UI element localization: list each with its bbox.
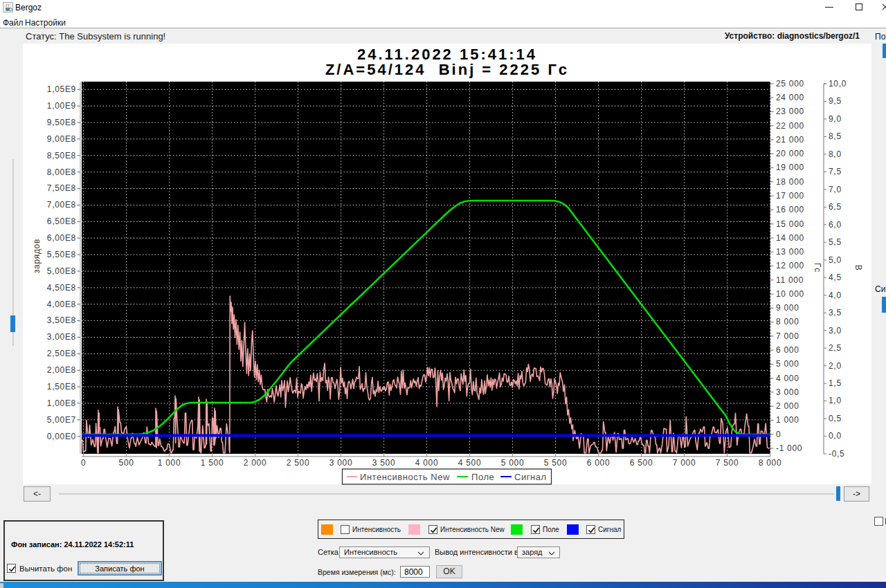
svg-text:5 500: 5 500: [544, 458, 568, 468]
svg-text:18 000: 18 000: [776, 177, 804, 187]
svg-text:11 000: 11 000: [776, 275, 804, 285]
svg-text:22 000: 22 000: [776, 121, 804, 131]
svg-text:5,50E8: 5,50E8: [47, 250, 76, 259]
svg-text:23 000: 23 000: [776, 107, 804, 116]
svg-text:4 000: 4 000: [415, 458, 439, 468]
svg-text:6 000: 6 000: [587, 458, 611, 468]
svg-text:6 500: 6 500: [630, 458, 653, 468]
svg-text:1,00E9: 1,00E9: [47, 101, 76, 111]
svg-text:В: В: [853, 265, 863, 271]
svg-text:1,5: 1,5: [829, 378, 842, 388]
svg-text:9,5: 9,5: [829, 96, 842, 106]
svg-text:8,50E8: 8,50E8: [47, 151, 76, 160]
svg-text:Z/A=54/124 Binj = 2225 Гс: Z/A=54/124 Binj = 2225 Гс: [325, 61, 569, 78]
svg-text:5,00E7: 5,00E7: [47, 415, 76, 425]
svg-text:7,5: 7,5: [829, 167, 842, 176]
svg-text:7 000: 7 000: [776, 331, 799, 341]
svg-text:8,0: 8,0: [829, 149, 842, 159]
svg-text:6 000: 6 000: [776, 345, 799, 355]
svg-text:0: 0: [81, 458, 86, 468]
svg-text:4,5: 4,5: [829, 273, 842, 282]
svg-text:17 000: 17 000: [776, 191, 804, 201]
svg-text:8,00E8: 8,00E8: [47, 167, 76, 177]
svg-text:9,00E8: 9,00E8: [47, 134, 76, 144]
svg-text:7,50E8: 7,50E8: [47, 183, 76, 193]
svg-text:Поле: Поле: [471, 472, 494, 482]
svg-text:7,00E8: 7,00E8: [47, 200, 76, 210]
svg-text:10,0: 10,0: [829, 79, 847, 89]
svg-text:5,00E8: 5,00E8: [47, 266, 76, 276]
svg-text:16 000: 16 000: [776, 205, 804, 214]
svg-text:0,5: 0,5: [829, 414, 842, 423]
svg-text:3 000: 3 000: [776, 387, 799, 397]
svg-text:2 000: 2 000: [776, 401, 799, 411]
svg-text:7 500: 7 500: [716, 458, 739, 468]
svg-text:Сигнал: Сигнал: [514, 472, 547, 482]
svg-text:1 000: 1 000: [158, 458, 181, 468]
svg-text:7 000: 7 000: [673, 458, 696, 468]
svg-text:1 500: 1 500: [201, 458, 224, 468]
svg-text:10 000: 10 000: [776, 289, 804, 299]
svg-text:6,0: 6,0: [829, 220, 842, 230]
svg-text:1,50E8: 1,50E8: [47, 382, 76, 392]
svg-text:3,50E8: 3,50E8: [47, 315, 76, 325]
svg-text:0: 0: [776, 430, 781, 439]
svg-text:3 500: 3 500: [372, 458, 396, 468]
svg-text:Интенсивность New: Интенсивность New: [360, 472, 450, 482]
svg-text:6,50E8: 6,50E8: [47, 217, 76, 226]
svg-text:4 500: 4 500: [458, 458, 482, 468]
svg-text:3 000: 3 000: [329, 458, 353, 468]
svg-text:3,5: 3,5: [829, 308, 842, 318]
svg-text:6,00E8: 6,00E8: [47, 233, 76, 243]
svg-text:9,50E8: 9,50E8: [47, 118, 76, 127]
svg-text:Гс: Гс: [813, 263, 822, 273]
svg-text:зарядов: зарядов: [32, 239, 42, 273]
svg-text:24 000: 24 000: [776, 93, 804, 102]
svg-text:5 000: 5 000: [501, 458, 525, 468]
svg-text:20 000: 20 000: [776, 149, 804, 158]
svg-text:6,5: 6,5: [829, 202, 842, 212]
svg-text:9 000: 9 000: [776, 303, 799, 313]
svg-text:2,5: 2,5: [829, 343, 842, 353]
svg-text:2,0: 2,0: [829, 361, 842, 371]
svg-text:4,00E8: 4,00E8: [47, 300, 76, 309]
svg-text:-1 000: -1 000: [776, 443, 802, 453]
svg-text:3,0: 3,0: [829, 326, 842, 336]
svg-text:25 000: 25 000: [776, 79, 804, 89]
svg-text:8 000: 8 000: [776, 317, 799, 327]
svg-text:4,50E8: 4,50E8: [47, 283, 76, 293]
svg-text:9,0: 9,0: [829, 114, 842, 124]
svg-text:21 000: 21 000: [776, 135, 804, 145]
svg-text:8,5: 8,5: [829, 131, 842, 141]
svg-text:5,5: 5,5: [829, 237, 842, 247]
svg-text:2 500: 2 500: [287, 458, 310, 468]
svg-text:0,00E0: 0,00E0: [47, 432, 76, 441]
svg-text:-0,5: -0,5: [829, 449, 844, 459]
svg-text:2,50E8: 2,50E8: [47, 349, 76, 358]
svg-text:5 000: 5 000: [776, 359, 799, 369]
svg-text:500: 500: [119, 458, 134, 468]
svg-text:1 000: 1 000: [776, 415, 799, 425]
svg-text:1,05E9: 1,05E9: [47, 84, 76, 94]
svg-text:2,00E8: 2,00E8: [47, 365, 76, 375]
svg-text:13 000: 13 000: [776, 247, 804, 257]
svg-text:5,0: 5,0: [829, 255, 842, 265]
svg-text:15 000: 15 000: [776, 219, 804, 229]
svg-text:1,00E8: 1,00E8: [47, 398, 76, 408]
svg-text:2 000: 2 000: [244, 458, 267, 468]
svg-text:4,0: 4,0: [829, 291, 842, 300]
svg-text:19 000: 19 000: [776, 163, 804, 172]
svg-text:8 000: 8 000: [759, 458, 782, 468]
svg-text:7,0: 7,0: [829, 185, 842, 194]
svg-text:14 000: 14 000: [776, 233, 804, 243]
svg-text:12 000: 12 000: [776, 261, 804, 270]
svg-text:1,0: 1,0: [829, 396, 842, 405]
svg-text:3,00E8: 3,00E8: [47, 332, 76, 342]
svg-text:4 000: 4 000: [776, 374, 799, 383]
svg-text:0,0: 0,0: [829, 431, 842, 441]
